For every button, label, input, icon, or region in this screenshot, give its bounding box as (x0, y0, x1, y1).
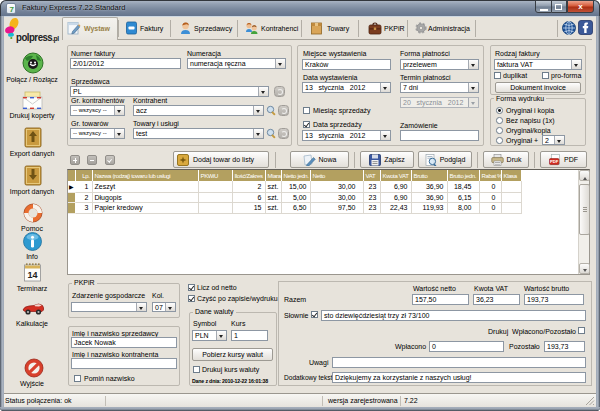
svg-text:14: 14 (27, 270, 37, 280)
svg-text:PDF: PDF (550, 159, 559, 164)
